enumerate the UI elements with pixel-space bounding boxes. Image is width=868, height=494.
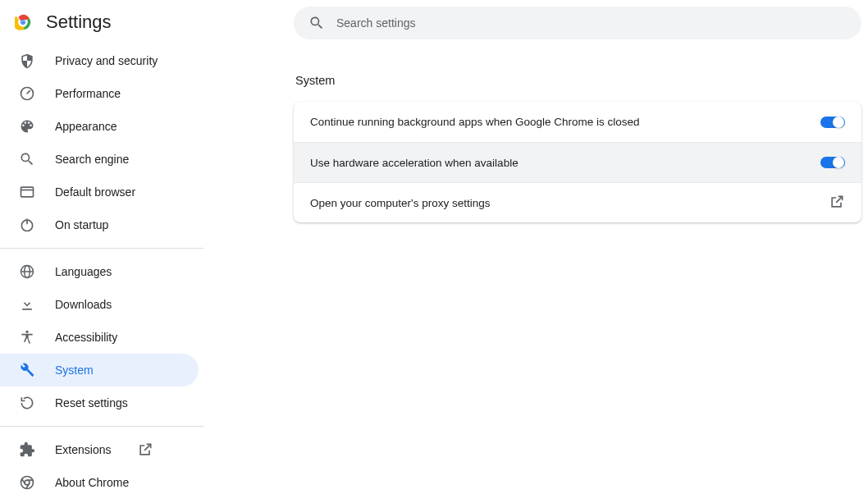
svg-rect-5 bbox=[21, 187, 34, 197]
nav-label: Performance bbox=[55, 87, 121, 100]
nav-label: Appearance bbox=[55, 120, 117, 133]
nav-label: Search engine bbox=[55, 153, 129, 166]
settings-section: System Continue running background apps … bbox=[294, 74, 861, 222]
nav-label: Downloads bbox=[55, 298, 112, 311]
nav-label: Languages bbox=[55, 265, 112, 278]
sidebar-item-privacy-and-security[interactable]: Privacy and security bbox=[0, 44, 199, 77]
section-title: System bbox=[295, 74, 861, 87]
sidebar-item-languages[interactable]: Languages bbox=[0, 255, 199, 288]
sidebar: Settings Privacy and security Performanc… bbox=[0, 0, 203, 494]
main-content: System Continue running background apps … bbox=[203, 0, 868, 494]
toggle-hardware-acceleration[interactable] bbox=[820, 157, 845, 168]
chrome-logo-icon bbox=[15, 14, 31, 30]
open-in-new-icon bbox=[829, 194, 845, 213]
system-card: Continue running background apps when Go… bbox=[294, 102, 861, 222]
sidebar-item-extensions[interactable]: Extensions bbox=[0, 433, 199, 466]
wrench-icon bbox=[19, 362, 35, 378]
app-title: Settings bbox=[46, 11, 112, 33]
sidebar-item-appearance[interactable]: Appearance bbox=[0, 110, 199, 143]
palette-icon bbox=[19, 118, 35, 135]
accessibility-icon bbox=[19, 329, 35, 345]
nav-label: System bbox=[55, 364, 94, 377]
sidebar-item-on-startup[interactable]: On startup bbox=[0, 208, 199, 241]
sidebar-item-accessibility[interactable]: Accessibility bbox=[0, 321, 199, 354]
sidebar-item-about-chrome[interactable]: About Chrome bbox=[0, 466, 199, 494]
nav-label: Accessibility bbox=[55, 331, 117, 344]
sidebar-nav: Privacy and security Performance Appeara… bbox=[0, 44, 203, 494]
open-in-new-icon bbox=[137, 441, 153, 458]
svg-point-12 bbox=[25, 331, 28, 333]
row-hardware-acceleration: Use hardware acceleration when available bbox=[294, 142, 861, 182]
sidebar-header: Settings bbox=[0, 0, 203, 44]
sidebar-item-default-browser[interactable]: Default browser bbox=[0, 176, 199, 208]
sidebar-item-performance[interactable]: Performance bbox=[0, 77, 199, 110]
sidebar-item-downloads[interactable]: Downloads bbox=[0, 288, 199, 321]
row-proxy-settings[interactable]: Open your computer's proxy settings bbox=[294, 182, 861, 222]
row-label: Use hardware acceleration when available bbox=[310, 157, 519, 169]
search-icon bbox=[308, 15, 325, 31]
sidebar-item-reset-settings[interactable]: Reset settings bbox=[0, 387, 199, 419]
download-icon bbox=[19, 296, 35, 313]
nav-label: Default browser bbox=[55, 185, 135, 199]
toggle-background-apps[interactable] bbox=[820, 117, 845, 128]
browser-icon bbox=[19, 184, 35, 200]
sidebar-item-search-engine[interactable]: Search engine bbox=[0, 143, 199, 176]
nav-label: On startup bbox=[55, 218, 108, 231]
svg-point-3 bbox=[21, 21, 25, 24]
reset-icon bbox=[19, 395, 35, 411]
search-bar[interactable] bbox=[294, 7, 861, 39]
sidebar-item-system[interactable]: System bbox=[0, 354, 199, 387]
row-label: Continue running background apps when Go… bbox=[310, 116, 640, 128]
search-input[interactable] bbox=[336, 16, 847, 30]
nav-label: Reset settings bbox=[55, 396, 128, 409]
extension-icon bbox=[19, 441, 35, 458]
nav-divider bbox=[0, 426, 203, 427]
nav-label: About Chrome bbox=[55, 476, 129, 489]
shield-icon bbox=[19, 53, 35, 69]
globe-icon bbox=[19, 263, 35, 280]
row-background-apps: Continue running background apps when Go… bbox=[294, 102, 861, 142]
nav-label: Privacy and security bbox=[55, 54, 158, 67]
power-icon bbox=[19, 217, 35, 233]
nav-label: Extensions bbox=[55, 443, 111, 456]
chrome-outline-icon bbox=[19, 474, 35, 491]
search-icon bbox=[19, 151, 35, 167]
row-label: Open your computer's proxy settings bbox=[310, 197, 490, 209]
nav-divider bbox=[0, 248, 203, 249]
speedometer-icon bbox=[19, 85, 35, 102]
